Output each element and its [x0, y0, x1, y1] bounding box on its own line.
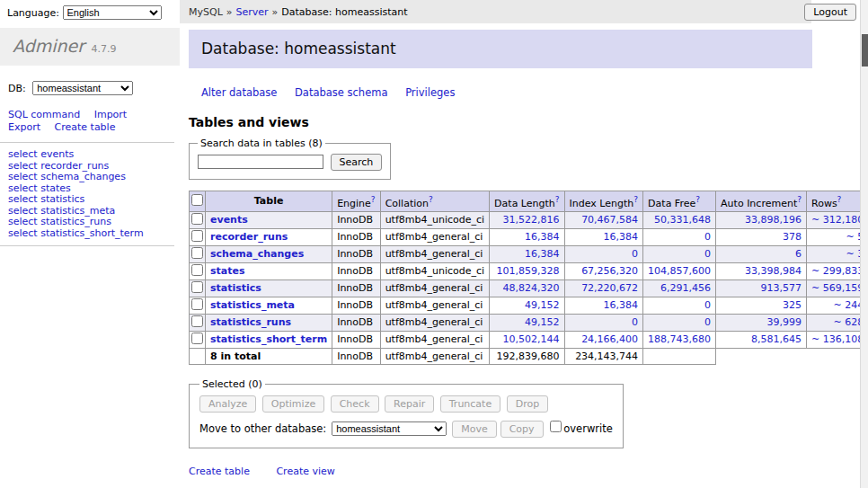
- search-input[interactable]: [198, 155, 323, 169]
- data-length-link[interactable]: 31,522,816: [503, 214, 560, 226]
- auto-increment-link[interactable]: 378: [783, 231, 802, 243]
- repair-button[interactable]: Repair: [385, 395, 434, 413]
- row-checkbox[interactable]: [191, 264, 203, 276]
- rows-count-link[interactable]: ~ 299,833: [811, 265, 864, 277]
- row-checkbox[interactable]: [191, 315, 203, 327]
- table-name-link[interactable]: statistics: [210, 282, 261, 294]
- index-length-link[interactable]: 0: [632, 248, 638, 260]
- move-database-select[interactable]: homeassistant: [332, 421, 447, 436]
- data-length-link[interactable]: 16,384: [525, 248, 560, 260]
- select-all-checkbox[interactable]: [191, 194, 203, 206]
- data-free-link[interactable]: 0: [704, 231, 711, 243]
- table-name-link[interactable]: recorder_runs: [210, 231, 288, 243]
- row-checkbox[interactable]: [191, 298, 203, 310]
- data-free-link[interactable]: 50,331,648: [654, 214, 711, 226]
- move-button[interactable]: Move: [452, 421, 497, 438]
- vertical-scrollbar[interactable]: [860, 0, 868, 488]
- row-checkbox[interactable]: [191, 333, 203, 344]
- row-checkbox[interactable]: [191, 213, 203, 225]
- sidebar-link-export[interactable]: Export: [8, 121, 40, 133]
- data-length-link[interactable]: 101,859,328: [497, 265, 560, 277]
- sidebar-link-create-table[interactable]: Create table: [55, 121, 116, 133]
- index-length-link[interactable]: 16,384: [604, 231, 639, 243]
- privileges-link[interactable]: Privileges: [405, 86, 455, 99]
- sidebar-item-select-statistics[interactable]: select statistics: [8, 194, 174, 206]
- total-data-length: 192,839,680: [490, 348, 564, 364]
- index-length-link[interactable]: 72,220,672: [581, 282, 638, 294]
- row-checkbox[interactable]: [191, 230, 203, 242]
- help-link[interactable]: ?: [429, 195, 433, 204]
- create-view-link[interactable]: Create view: [276, 466, 334, 477]
- drop-button[interactable]: Drop: [507, 395, 548, 413]
- sidebar-item-select-statistics-runs[interactable]: select statistics_runs: [8, 217, 174, 228]
- table-name-link[interactable]: statistics_meta: [210, 299, 295, 311]
- logout-button[interactable]: Logout: [804, 4, 856, 21]
- data-length-link[interactable]: 49,152: [525, 299, 560, 311]
- auto-increment-link[interactable]: 6: [795, 248, 802, 260]
- sidebar-link-sql-command[interactable]: SQL command: [8, 109, 80, 120]
- help-link[interactable]: ?: [555, 195, 560, 204]
- help-link[interactable]: ?: [695, 195, 700, 204]
- breadcrumb-server-link[interactable]: Server: [236, 6, 269, 18]
- auto-increment-link[interactable]: 33,398,984: [745, 265, 802, 277]
- database-schema-link[interactable]: Database schema: [295, 86, 387, 99]
- rows-count-link[interactable]: ~ 136,108: [811, 333, 864, 345]
- table-name-link[interactable]: statistics_short_term: [210, 333, 327, 345]
- sidebar-item-select-schema-changes[interactable]: select schema_changes: [8, 172, 174, 183]
- help-link[interactable]: ?: [797, 195, 802, 204]
- table-name-link[interactable]: states: [210, 265, 245, 277]
- auto-increment-link[interactable]: 39,999: [767, 316, 802, 328]
- help-link[interactable]: ?: [633, 195, 638, 204]
- data-free-link[interactable]: 188,743,680: [648, 333, 711, 345]
- data-length-link[interactable]: 16,384: [525, 231, 560, 243]
- search-button[interactable]: Search: [331, 154, 383, 171]
- cell-engine: InnoDB: [332, 314, 380, 331]
- data-length-link[interactable]: 49,152: [525, 316, 560, 328]
- row-checkbox[interactable]: [191, 247, 203, 259]
- sidebar-item-select-events[interactable]: select events: [8, 149, 174, 161]
- check-button[interactable]: Check: [331, 395, 379, 413]
- optimize-button[interactable]: Optimize: [262, 395, 324, 413]
- overwrite-checkbox[interactable]: [550, 421, 562, 432]
- auto-increment-link[interactable]: 8,581,645: [751, 333, 802, 345]
- copy-button[interactable]: Copy: [500, 421, 544, 438]
- rows-count-link[interactable]: ~ 312,180: [811, 214, 864, 226]
- data-length-link[interactable]: 10,502,144: [503, 333, 560, 345]
- breadcrumb: MySQL»Server»Database: homeassistant: [180, 0, 811, 23]
- rows-count-link[interactable]: ~ 569,159: [811, 282, 864, 294]
- table-name-link[interactable]: statistics_runs: [210, 316, 291, 328]
- language-select[interactable]: English: [63, 5, 162, 20]
- help-link[interactable]: ?: [371, 195, 376, 204]
- breadcrumb-root-link[interactable]: MySQL: [189, 6, 223, 18]
- index-length-link[interactable]: 70,467,584: [581, 214, 638, 226]
- tables-and-views-heading: Tables and views: [189, 115, 868, 129]
- data-free-link[interactable]: 6,291,456: [660, 282, 711, 294]
- sidebar-table-list: select events select recorder_runs selec…: [0, 143, 174, 246]
- sidebar-item-select-statistics-short-term[interactable]: select statistics_short_term: [8, 228, 174, 240]
- data-free-link[interactable]: 0: [704, 316, 711, 328]
- auto-increment-link[interactable]: 913,577: [761, 282, 802, 294]
- index-length-link[interactable]: 16,384: [604, 299, 639, 311]
- analyze-button[interactable]: Analyze: [199, 395, 256, 413]
- index-length-link[interactable]: 24,166,400: [581, 333, 638, 345]
- auto-increment-link[interactable]: 33,898,196: [745, 214, 802, 226]
- scrollbar-thumb[interactable]: [862, 34, 868, 67]
- sidebar-link-import[interactable]: Import: [94, 109, 128, 120]
- alter-database-link[interactable]: Alter database: [201, 86, 277, 99]
- data-free-link[interactable]: 0: [704, 299, 711, 311]
- tables-table: Table Engine? Collation? Data Length? In…: [189, 191, 868, 365]
- auto-increment-link[interactable]: 325: [783, 299, 802, 311]
- db-select[interactable]: homeassistant: [32, 81, 133, 95]
- index-length-link[interactable]: 67,256,320: [581, 265, 638, 277]
- row-checkbox[interactable]: [191, 281, 203, 293]
- breadcrumb-separator: »: [272, 6, 279, 18]
- data-length-link[interactable]: 48,824,320: [503, 282, 560, 294]
- create-table-link[interactable]: Create table: [189, 466, 250, 477]
- index-length-link[interactable]: 0: [632, 316, 638, 328]
- truncate-button[interactable]: Truncate: [440, 395, 500, 413]
- table-name-link[interactable]: schema_changes: [210, 248, 304, 260]
- help-link[interactable]: ?: [837, 195, 842, 204]
- data-free-link[interactable]: 104,857,600: [648, 265, 711, 277]
- data-free-link[interactable]: 0: [704, 248, 711, 260]
- table-name-link[interactable]: events: [210, 214, 248, 226]
